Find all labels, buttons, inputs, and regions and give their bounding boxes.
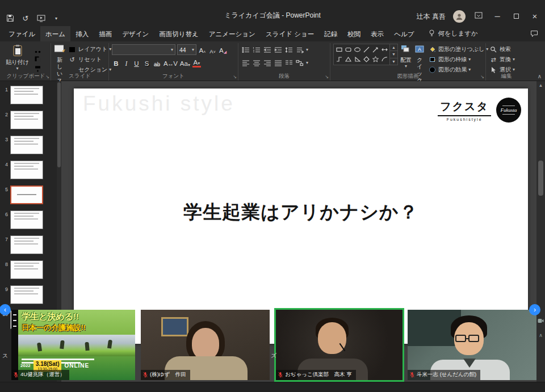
shape-fill-button[interactable]: 図形の塗りつぶし ▾ (427, 45, 488, 54)
customize-qat-caret-icon[interactable]: ▾ (52, 14, 61, 23)
video-tile-1[interactable]: 学生と決める!! 日本一の介護施設!! 2022 3.18(Sat) 13:30… (11, 310, 135, 380)
italic-button[interactable]: I (122, 58, 131, 68)
slide-canvas[interactable]: Fukushi style フクスタ Fukushistyle Fukusta … (74, 88, 528, 344)
strikethrough-button[interactable]: ab (153, 58, 161, 68)
find-button[interactable]: 検索 (489, 45, 515, 54)
tab-draw[interactable]: 描画 (94, 26, 117, 41)
underline-button[interactable]: U (132, 58, 141, 68)
gallery-down-icon[interactable]: ▼ (390, 50, 397, 57)
maximize-button[interactable] (510, 12, 522, 21)
clear-formatting-button[interactable]: A◢ (219, 45, 227, 54)
save-icon[interactable] (6, 14, 15, 23)
tab-record[interactable]: 記録 (319, 26, 342, 41)
user-avatar[interactable] (453, 10, 466, 23)
increase-font-size-button[interactable]: A˄ (198, 45, 207, 54)
shape-rectangle-icon[interactable] (334, 45, 343, 54)
tab-home[interactable]: ホーム (40, 26, 70, 41)
video-tile-4[interactable]: 斗米一志 (せんだんの館) (408, 310, 536, 380)
line-spacing-icon[interactable] (284, 45, 294, 54)
shapes-gallery[interactable] (333, 44, 390, 65)
tab-animations[interactable]: アニメーション (204, 26, 261, 41)
font-size-combo[interactable]: 44 ▾ (177, 44, 196, 55)
slide-thumbnail-3[interactable]: 3 (0, 136, 61, 161)
bold-button[interactable]: B (112, 58, 120, 68)
drawing-dialog-launcher-icon[interactable]: ↘ (480, 75, 484, 79)
tab-file[interactable]: ファイル (3, 26, 40, 41)
close-button[interactable]: × (529, 12, 540, 21)
change-case-button[interactable]: Aa▾ (179, 58, 191, 68)
tell-me-search[interactable]: 何をしますか (429, 26, 478, 41)
paste-button[interactable]: 貼り付け ▾ (4, 44, 31, 71)
shape-diamond-icon[interactable] (362, 54, 371, 64)
font-dialog-launcher-icon[interactable]: ↘ (233, 75, 237, 79)
replace-button[interactable]: ⇄ 置換 ▾ (489, 55, 515, 64)
shape-line-icon[interactable] (362, 45, 371, 54)
slide-thumbnail-2[interactable]: 2 (0, 111, 61, 136)
collapse-strip-icon[interactable]: ∧ (539, 332, 543, 338)
font-color-button[interactable]: A▾ (192, 58, 201, 68)
decrease-font-size-button[interactable]: A˅ (208, 45, 217, 54)
tab-design[interactable]: デザイン (117, 26, 154, 41)
video-tile-3-active-speaker[interactable]: おぢゃっこ倶楽部 高木 亨 (274, 308, 404, 382)
align-right-icon[interactable] (263, 58, 272, 67)
tab-transitions[interactable]: 画面切り替え (154, 26, 204, 41)
increase-indent-icon[interactable] (274, 45, 283, 54)
shape-ellipse-icon[interactable] (353, 45, 362, 54)
camera-icon[interactable] (538, 315, 544, 326)
justify-icon[interactable] (274, 58, 283, 67)
slide-title-text[interactable]: 学生起業はアリかナシか？ (74, 200, 528, 225)
slide-thumbnail-4[interactable]: 4 (0, 161, 61, 186)
convert-to-smartart-icon[interactable] (295, 58, 304, 67)
copy-icon[interactable] (33, 55, 42, 64)
shape-outline-button[interactable]: 図形の枠線 ▾ (427, 55, 488, 64)
slide-thumbnail-1[interactable]: 1 (0, 86, 61, 111)
zoom-panel-toggle-right[interactable]: › (529, 304, 540, 315)
reset-button[interactable]: ↺ リセット (68, 55, 111, 64)
user-name[interactable]: 辻本 真吾 (417, 12, 446, 22)
comments-icon[interactable] (523, 26, 545, 41)
decrease-indent-icon[interactable] (263, 45, 272, 54)
paragraph-dialog-launcher-icon[interactable]: ↘ (325, 75, 329, 79)
numbering-icon[interactable] (252, 45, 261, 54)
align-center-icon[interactable] (252, 58, 261, 67)
bullets-icon[interactable] (241, 45, 250, 54)
slide-thumbnail-6[interactable]: 6 (0, 210, 61, 235)
font-name-combo[interactable]: ▾ (112, 44, 175, 55)
shape-rounded-rectangle-icon[interactable] (343, 45, 353, 54)
shape-triangle-icon[interactable] (343, 54, 353, 64)
shape-right-triangle-icon[interactable] (353, 54, 362, 64)
slide-thumbnail-7[interactable]: 7 (0, 235, 61, 260)
shape-elbow-connector-icon[interactable] (334, 54, 343, 64)
ribbon-display-options-icon[interactable] (473, 12, 484, 21)
tab-review[interactable]: 校閲 (342, 26, 366, 41)
character-spacing-button[interactable]: A↔V (163, 58, 178, 68)
clipboard-dialog-launcher-icon[interactable]: ↘ (45, 75, 49, 79)
text-direction-icon[interactable] (295, 45, 304, 54)
tab-insert[interactable]: 挿入 (70, 26, 94, 41)
collapse-ribbon-icon[interactable]: ∧ (538, 73, 542, 79)
tab-slideshow[interactable]: スライド ショー (261, 26, 319, 41)
start-slideshow-icon[interactable] (36, 14, 45, 23)
zoom-panel-toggle-left[interactable]: ‹ (0, 304, 11, 315)
gallery-up-icon[interactable]: ▲ (390, 44, 397, 50)
columns-icon[interactable] (284, 58, 294, 67)
scrollbar-thumb[interactable] (538, 161, 543, 196)
slide-thumbnail-8[interactable]: 8 (0, 260, 61, 285)
shape-star-icon[interactable] (371, 54, 380, 64)
shapes-gallery-scroll[interactable]: ▲ ▼ ▼ (390, 44, 398, 65)
format-painter-icon[interactable] (33, 65, 42, 73)
tab-view[interactable]: 表示 (366, 26, 389, 41)
scroll-up-icon[interactable]: ▲ (536, 81, 545, 88)
video-tile-2[interactable]: (株)ゆず 作田 (141, 310, 270, 380)
undo-icon[interactable]: ↺ (21, 14, 30, 23)
shape-arc-icon[interactable] (380, 54, 389, 64)
gallery-more-icon[interactable]: ▼ (390, 58, 397, 65)
minimize-button[interactable]: ─ (492, 12, 503, 21)
slide-thumbnail-5-selected[interactable]: 5 (0, 186, 61, 210)
text-shadow-button[interactable]: S (142, 58, 151, 68)
cut-icon[interactable] (33, 45, 42, 54)
tab-help[interactable]: ヘルプ (389, 26, 419, 41)
shape-double-arrow-icon[interactable] (380, 45, 389, 54)
align-left-icon[interactable] (241, 58, 250, 67)
shape-arrow-icon[interactable] (371, 45, 380, 54)
